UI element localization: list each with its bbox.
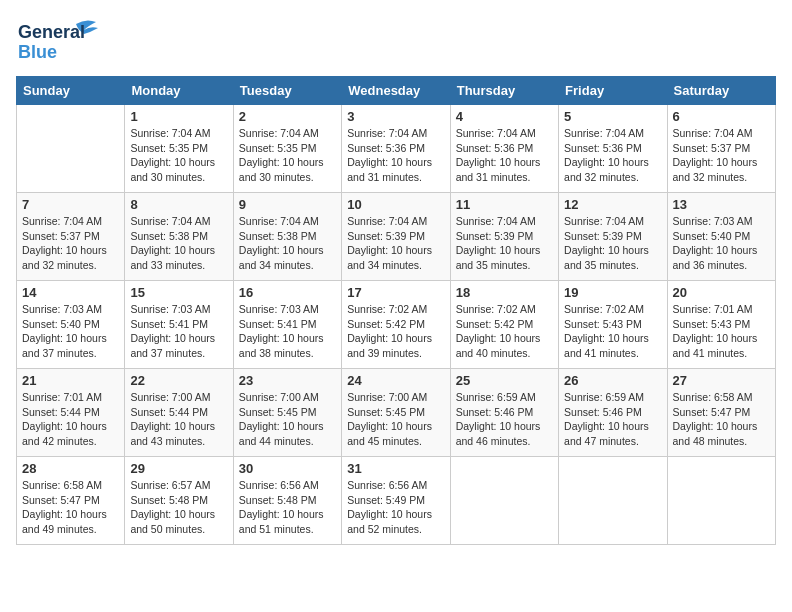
calendar-cell: 2Sunrise: 7:04 AMSunset: 5:35 PMDaylight… (233, 105, 341, 193)
calendar-cell: 16Sunrise: 7:03 AMSunset: 5:41 PMDayligh… (233, 281, 341, 369)
day-number: 26 (564, 373, 661, 388)
calendar-cell: 6Sunrise: 7:04 AMSunset: 5:37 PMDaylight… (667, 105, 775, 193)
calendar-cell: 13Sunrise: 7:03 AMSunset: 5:40 PMDayligh… (667, 193, 775, 281)
day-info: Sunrise: 7:02 AMSunset: 5:42 PMDaylight:… (347, 302, 444, 361)
day-number: 17 (347, 285, 444, 300)
day-number: 16 (239, 285, 336, 300)
calendar-cell: 11Sunrise: 7:04 AMSunset: 5:39 PMDayligh… (450, 193, 558, 281)
day-number: 20 (673, 285, 770, 300)
day-number: 18 (456, 285, 553, 300)
calendar-cell: 9Sunrise: 7:04 AMSunset: 5:38 PMDaylight… (233, 193, 341, 281)
calendar-cell: 29Sunrise: 6:57 AMSunset: 5:48 PMDayligh… (125, 457, 233, 545)
day-number: 7 (22, 197, 119, 212)
calendar-cell: 28Sunrise: 6:58 AMSunset: 5:47 PMDayligh… (17, 457, 125, 545)
day-number: 4 (456, 109, 553, 124)
calendar-cell: 14Sunrise: 7:03 AMSunset: 5:40 PMDayligh… (17, 281, 125, 369)
calendar-cell: 22Sunrise: 7:00 AMSunset: 5:44 PMDayligh… (125, 369, 233, 457)
day-info: Sunrise: 7:04 AMSunset: 5:36 PMDaylight:… (347, 126, 444, 185)
calendar-table: SundayMondayTuesdayWednesdayThursdayFrid… (16, 76, 776, 545)
col-header-wednesday: Wednesday (342, 77, 450, 105)
day-info: Sunrise: 7:04 AMSunset: 5:36 PMDaylight:… (456, 126, 553, 185)
day-info: Sunrise: 7:03 AMSunset: 5:40 PMDaylight:… (673, 214, 770, 273)
calendar-week-4: 21Sunrise: 7:01 AMSunset: 5:44 PMDayligh… (17, 369, 776, 457)
col-header-monday: Monday (125, 77, 233, 105)
calendar-cell: 10Sunrise: 7:04 AMSunset: 5:39 PMDayligh… (342, 193, 450, 281)
calendar-cell: 21Sunrise: 7:01 AMSunset: 5:44 PMDayligh… (17, 369, 125, 457)
day-info: Sunrise: 7:04 AMSunset: 5:37 PMDaylight:… (673, 126, 770, 185)
calendar-cell: 8Sunrise: 7:04 AMSunset: 5:38 PMDaylight… (125, 193, 233, 281)
day-number: 1 (130, 109, 227, 124)
day-number: 21 (22, 373, 119, 388)
calendar-cell (559, 457, 667, 545)
day-number: 13 (673, 197, 770, 212)
calendar-cell: 4Sunrise: 7:04 AMSunset: 5:36 PMDaylight… (450, 105, 558, 193)
day-info: Sunrise: 7:04 AMSunset: 5:37 PMDaylight:… (22, 214, 119, 273)
day-number: 11 (456, 197, 553, 212)
day-info: Sunrise: 6:59 AMSunset: 5:46 PMDaylight:… (564, 390, 661, 449)
calendar-cell: 5Sunrise: 7:04 AMSunset: 5:36 PMDaylight… (559, 105, 667, 193)
col-header-sunday: Sunday (17, 77, 125, 105)
calendar-cell: 15Sunrise: 7:03 AMSunset: 5:41 PMDayligh… (125, 281, 233, 369)
day-info: Sunrise: 7:00 AMSunset: 5:45 PMDaylight:… (239, 390, 336, 449)
day-number: 12 (564, 197, 661, 212)
calendar-cell: 3Sunrise: 7:04 AMSunset: 5:36 PMDaylight… (342, 105, 450, 193)
calendar-cell (450, 457, 558, 545)
day-number: 9 (239, 197, 336, 212)
calendar-cell: 24Sunrise: 7:00 AMSunset: 5:45 PMDayligh… (342, 369, 450, 457)
calendar-cell: 25Sunrise: 6:59 AMSunset: 5:46 PMDayligh… (450, 369, 558, 457)
calendar-cell: 31Sunrise: 6:56 AMSunset: 5:49 PMDayligh… (342, 457, 450, 545)
calendar-cell (667, 457, 775, 545)
day-info: Sunrise: 7:04 AMSunset: 5:35 PMDaylight:… (130, 126, 227, 185)
day-number: 25 (456, 373, 553, 388)
day-number: 24 (347, 373, 444, 388)
day-info: Sunrise: 7:03 AMSunset: 5:41 PMDaylight:… (130, 302, 227, 361)
calendar-cell: 26Sunrise: 6:59 AMSunset: 5:46 PMDayligh… (559, 369, 667, 457)
day-info: Sunrise: 7:04 AMSunset: 5:39 PMDaylight:… (347, 214, 444, 273)
day-info: Sunrise: 7:03 AMSunset: 5:41 PMDaylight:… (239, 302, 336, 361)
day-info: Sunrise: 7:00 AMSunset: 5:44 PMDaylight:… (130, 390, 227, 449)
calendar-week-1: 1Sunrise: 7:04 AMSunset: 5:35 PMDaylight… (17, 105, 776, 193)
day-info: Sunrise: 7:01 AMSunset: 5:44 PMDaylight:… (22, 390, 119, 449)
logo-text: General Blue (16, 16, 126, 68)
day-number: 6 (673, 109, 770, 124)
calendar-cell: 30Sunrise: 6:56 AMSunset: 5:48 PMDayligh… (233, 457, 341, 545)
calendar-cell: 19Sunrise: 7:02 AMSunset: 5:43 PMDayligh… (559, 281, 667, 369)
day-info: Sunrise: 7:04 AMSunset: 5:39 PMDaylight:… (456, 214, 553, 273)
col-header-tuesday: Tuesday (233, 77, 341, 105)
day-info: Sunrise: 6:58 AMSunset: 5:47 PMDaylight:… (22, 478, 119, 537)
calendar-cell: 23Sunrise: 7:00 AMSunset: 5:45 PMDayligh… (233, 369, 341, 457)
calendar-cell: 17Sunrise: 7:02 AMSunset: 5:42 PMDayligh… (342, 281, 450, 369)
col-header-thursday: Thursday (450, 77, 558, 105)
svg-text:Blue: Blue (18, 42, 57, 62)
day-info: Sunrise: 7:02 AMSunset: 5:42 PMDaylight:… (456, 302, 553, 361)
day-number: 15 (130, 285, 227, 300)
day-number: 23 (239, 373, 336, 388)
day-info: Sunrise: 6:56 AMSunset: 5:49 PMDaylight:… (347, 478, 444, 537)
calendar-cell: 7Sunrise: 7:04 AMSunset: 5:37 PMDaylight… (17, 193, 125, 281)
day-info: Sunrise: 7:00 AMSunset: 5:45 PMDaylight:… (347, 390, 444, 449)
calendar-cell: 20Sunrise: 7:01 AMSunset: 5:43 PMDayligh… (667, 281, 775, 369)
day-number: 28 (22, 461, 119, 476)
day-number: 27 (673, 373, 770, 388)
day-info: Sunrise: 7:04 AMSunset: 5:36 PMDaylight:… (564, 126, 661, 185)
day-info: Sunrise: 6:56 AMSunset: 5:48 PMDaylight:… (239, 478, 336, 537)
day-number: 19 (564, 285, 661, 300)
day-number: 3 (347, 109, 444, 124)
day-info: Sunrise: 7:04 AMSunset: 5:35 PMDaylight:… (239, 126, 336, 185)
day-info: Sunrise: 7:01 AMSunset: 5:43 PMDaylight:… (673, 302, 770, 361)
calendar-header-row: SundayMondayTuesdayWednesdayThursdayFrid… (17, 77, 776, 105)
col-header-saturday: Saturday (667, 77, 775, 105)
calendar-week-2: 7Sunrise: 7:04 AMSunset: 5:37 PMDaylight… (17, 193, 776, 281)
day-number: 2 (239, 109, 336, 124)
day-number: 14 (22, 285, 119, 300)
day-info: Sunrise: 6:58 AMSunset: 5:47 PMDaylight:… (673, 390, 770, 449)
calendar-cell: 1Sunrise: 7:04 AMSunset: 5:35 PMDaylight… (125, 105, 233, 193)
day-number: 8 (130, 197, 227, 212)
day-info: Sunrise: 7:04 AMSunset: 5:38 PMDaylight:… (130, 214, 227, 273)
col-header-friday: Friday (559, 77, 667, 105)
calendar-cell: 12Sunrise: 7:04 AMSunset: 5:39 PMDayligh… (559, 193, 667, 281)
day-number: 22 (130, 373, 227, 388)
day-info: Sunrise: 7:03 AMSunset: 5:40 PMDaylight:… (22, 302, 119, 361)
day-info: Sunrise: 6:59 AMSunset: 5:46 PMDaylight:… (456, 390, 553, 449)
calendar-cell: 18Sunrise: 7:02 AMSunset: 5:42 PMDayligh… (450, 281, 558, 369)
